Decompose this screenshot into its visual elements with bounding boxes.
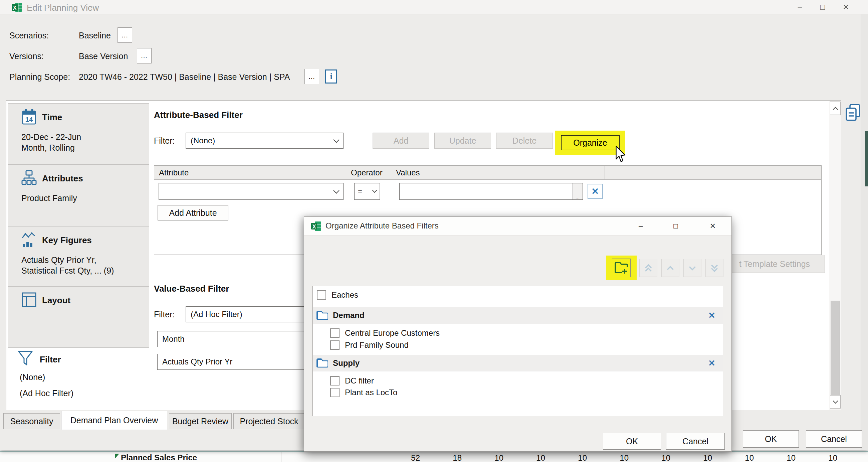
list-item[interactable]: Prd Family Sound — [313, 339, 723, 351]
checkbox[interactable] — [317, 290, 326, 300]
cell-value: 52 — [378, 453, 420, 462]
scenarios-value: Baseline — [79, 31, 111, 40]
ok-button[interactable]: OK — [743, 430, 799, 447]
cell-value: 10 — [629, 453, 670, 462]
attribute-filter-selected: (None) — [191, 136, 215, 145]
list-item-label: Prd Family Sound — [345, 340, 409, 350]
sidebar-section-time[interactable]: 14 Time 20-Dec - 22-Jun Month, Rolling — [8, 103, 149, 165]
add-attribute-button[interactable]: Add Attribute — [158, 205, 228, 221]
list-item[interactable]: Central Europe Customers — [313, 327, 723, 339]
values-browse-grip[interactable]: ... — [572, 183, 583, 199]
window-title: Edit Planning View — [27, 3, 99, 13]
folder-label: Demand — [333, 311, 365, 320]
operator-dropdown[interactable]: = — [354, 183, 380, 200]
scroll-up-button[interactable] — [830, 102, 841, 115]
update-button[interactable]: Update — [434, 133, 491, 149]
dialog-ok-button[interactable]: OK — [603, 433, 661, 450]
tab-seasonality[interactable]: Seasonality — [3, 413, 60, 429]
add-folder-button[interactable] — [612, 259, 631, 277]
sidebar-section-key-figures[interactable]: Key Figures Actuals Qty Prior Yr, Statis… — [8, 226, 149, 287]
tab-demand-plan-overview[interactable]: Demand Plan Overview — [61, 411, 167, 430]
planning-scope-browse-button[interactable]: ... — [305, 69, 319, 84]
folder-icon — [316, 310, 328, 321]
sidebar-section-layout[interactable]: Layout — [8, 286, 149, 348]
svg-text:14: 14 — [25, 116, 33, 123]
folder-row-demand[interactable]: Demand ✕ — [313, 307, 723, 324]
dialog-minimize-button[interactable]: – — [630, 217, 651, 235]
maximize-button[interactable]: □ — [813, 0, 832, 14]
dialog-maximize-button[interactable]: □ — [665, 217, 686, 235]
minimize-button[interactable]: – — [790, 0, 809, 14]
svg-text:X: X — [13, 5, 17, 11]
scrollbar-thumb[interactable] — [831, 301, 840, 396]
move-up-button[interactable] — [661, 259, 679, 277]
folder-icon — [316, 358, 328, 369]
chevron-down-icon — [333, 187, 339, 194]
close-button[interactable]: ✕ — [837, 0, 855, 14]
attribute-filter-dropdown[interactable]: (None) — [186, 133, 344, 149]
checkbox[interactable] — [330, 328, 340, 338]
delete-button[interactable]: Delete — [496, 133, 553, 149]
sidebar-filter-title[interactable]: Filter — [40, 354, 61, 365]
sidebar-section-detail: Product Family — [21, 193, 77, 203]
folder-row-supply[interactable]: Supply ✕ — [313, 355, 723, 372]
move-down-button[interactable] — [683, 259, 702, 277]
list-item-label: Eaches — [332, 290, 358, 300]
cell-value: 10 — [462, 453, 503, 462]
dialog-titlebar: X Organize Attribute Based Filters – □ ✕ — [304, 217, 732, 235]
list-item[interactable]: DC filter — [313, 375, 723, 387]
attribute-select-dropdown[interactable] — [159, 183, 344, 200]
add-button[interactable]: Add — [373, 133, 429, 149]
folder-plus-icon — [614, 262, 628, 274]
organize-filters-dialog: X Organize Attribute Based Filters – □ ✕ — [304, 216, 732, 452]
screen: Planned Sales Price 52 18 10 10 10 10 10… — [0, 0, 868, 462]
cell-value: 10 — [503, 453, 545, 462]
scroll-down-button[interactable] — [830, 395, 841, 409]
double-chevron-up-icon — [643, 263, 653, 273]
chevron-down-icon — [687, 263, 698, 273]
attribute-filter-heading: Attribute-Based Filter — [154, 110, 243, 120]
sidebar-section-title: Layout — [42, 295, 70, 306]
move-bottom-button[interactable] — [705, 259, 723, 277]
layout-icon — [21, 292, 37, 308]
list-item[interactable]: Eaches — [313, 289, 723, 301]
cell-value: 10 — [796, 453, 837, 462]
time-level-selected: Month — [162, 335, 185, 344]
mouse-cursor — [615, 146, 627, 163]
calendar-icon: 14 — [21, 109, 37, 125]
column-header-values: Values — [391, 166, 583, 179]
cell-value: 10 — [837, 453, 868, 462]
tab-budget-review[interactable]: Budget Review — [169, 413, 232, 429]
versions-value: Base Version — [79, 52, 128, 61]
delete-folder-button[interactable]: ✕ — [708, 310, 715, 321]
sidebar-section-attributes[interactable]: Attributes Product Family — [8, 164, 149, 227]
dialog-close-button[interactable]: ✕ — [702, 217, 723, 235]
versions-browse-button[interactable]: ... — [137, 48, 152, 63]
value-filter-selected: (Ad Hoc Filter) — [191, 310, 242, 319]
checkbox[interactable] — [330, 376, 340, 385]
scenarios-label: Scenarios: — [9, 31, 49, 40]
copy-pages-icon[interactable] — [845, 104, 861, 122]
cancel-button[interactable]: Cancel — [806, 430, 862, 447]
edit-template-settings-button[interactable]: t Template Settings — [724, 255, 825, 273]
operator-value: = — [358, 187, 362, 196]
list-item[interactable]: Plant as LocTo — [313, 386, 723, 399]
info-icon[interactable]: i — [325, 69, 337, 84]
move-top-button[interactable] — [639, 259, 657, 277]
organize-button[interactable]: Organize — [561, 135, 620, 150]
remove-row-button[interactable]: ✕ — [588, 184, 602, 199]
sidebar-section-detail: 20-Dec - 22-Jun Month, Rolling — [21, 132, 81, 153]
checkbox[interactable] — [330, 388, 340, 397]
filters-list: Eaches Demand ✕ Central Europe Customers… — [312, 286, 723, 416]
checkbox[interactable] — [330, 340, 340, 350]
values-input[interactable]: ... — [399, 183, 583, 200]
tab-projected-stock[interactable]: Projected Stock — [234, 413, 305, 429]
planning-scope-value: 2020 TW46 - 2022 TW50 | Baseline | Base … — [79, 72, 290, 82]
attribute-filter-label: Filter: — [154, 136, 175, 146]
dialog-cancel-button[interactable]: Cancel — [666, 433, 725, 450]
value-filter-label: Filter: — [154, 310, 175, 319]
panel-scrollbar[interactable] — [829, 101, 841, 410]
cell-value: 10 — [754, 453, 796, 462]
delete-folder-button[interactable]: ✕ — [708, 358, 715, 369]
scenarios-browse-button[interactable]: ... — [118, 27, 132, 43]
